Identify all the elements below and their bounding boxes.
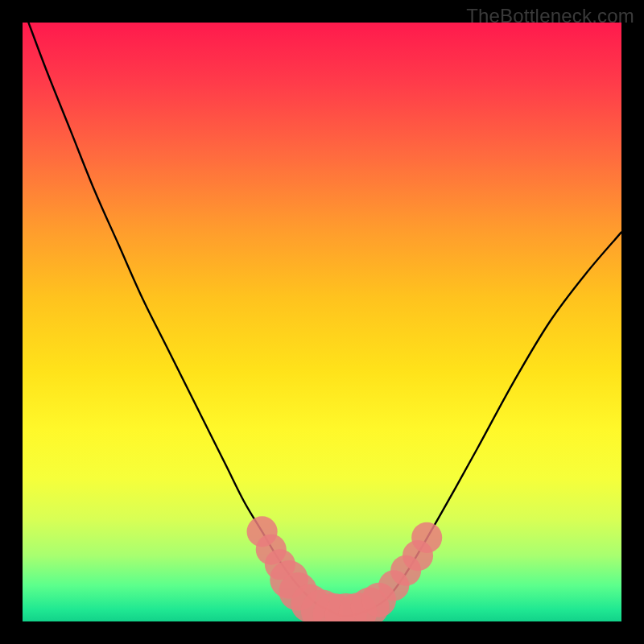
chart-frame: TheBottleneck.com bbox=[0, 0, 644, 644]
curve-svg bbox=[23, 23, 621, 621]
data-marker bbox=[411, 522, 442, 553]
bottleneck-curve bbox=[28, 23, 621, 617]
marker-group bbox=[247, 516, 443, 621]
plot-area bbox=[23, 23, 621, 621]
